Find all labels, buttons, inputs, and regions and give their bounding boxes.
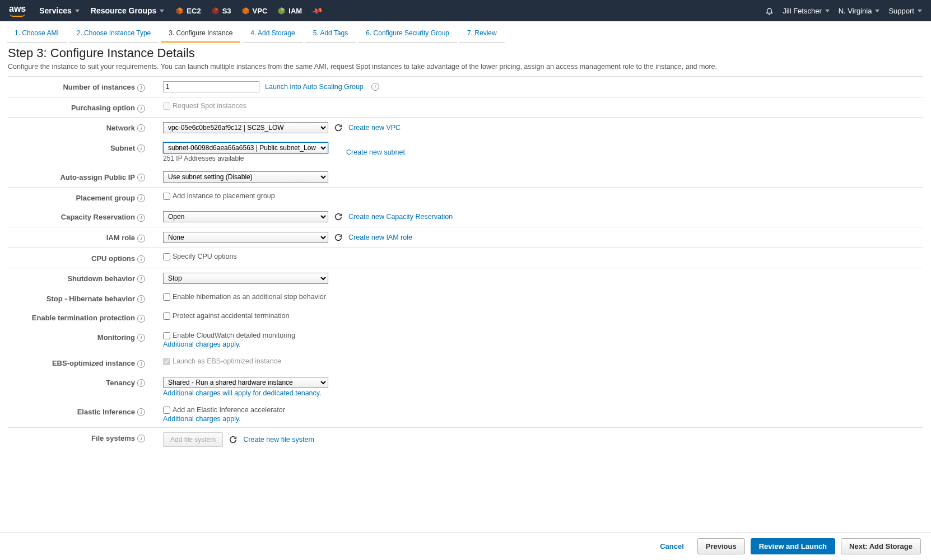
shutdown-behavior-select[interactable]: Stop bbox=[163, 273, 328, 284]
info-icon[interactable]: i bbox=[137, 235, 145, 242]
tab-choose-instance-type[interactable]: 2. Choose Instance Type bbox=[69, 27, 159, 43]
iam-role-select[interactable]: None bbox=[163, 232, 328, 243]
label-filesystems: File systems bbox=[91, 434, 135, 442]
label-network: Network bbox=[106, 124, 135, 132]
tab-add-tags[interactable]: 5. Add Tags bbox=[305, 27, 356, 43]
info-icon[interactable]: i bbox=[137, 315, 145, 323]
label-termination: Enable termination protection bbox=[32, 314, 135, 322]
auto-public-ip-select[interactable]: Use subnet setting (Disable) bbox=[163, 171, 328, 183]
subnet-helper: 251 IP Addresses available bbox=[163, 155, 244, 162]
chevron-down-icon bbox=[875, 10, 879, 12]
info-icon[interactable]: i bbox=[137, 105, 145, 113]
chevron-down-icon bbox=[825, 10, 830, 12]
vpc-icon bbox=[241, 7, 250, 15]
cpu-options-checkbox[interactable] bbox=[163, 253, 170, 260]
iam-icon bbox=[277, 7, 286, 15]
label-hibernate: Stop - Hibernate behavior bbox=[46, 295, 135, 303]
info-icon[interactable]: i bbox=[137, 435, 145, 442]
chevron-down-icon bbox=[918, 10, 922, 12]
link-elastic-charges[interactable]: Additional charges apply. bbox=[163, 415, 241, 423]
tab-configure-instance[interactable]: 3. Configure Instance bbox=[161, 27, 240, 43]
label-placement: Placement group bbox=[76, 194, 135, 202]
resource-groups-menu[interactable]: Resource Groups bbox=[91, 6, 164, 15]
add-file-system-button: Add file system bbox=[163, 432, 223, 447]
label-ebs: EBS-optimized instance bbox=[52, 359, 135, 367]
pin-shortcut[interactable]: 📌 bbox=[312, 6, 322, 15]
services-menu[interactable]: Services bbox=[39, 6, 80, 15]
hibernate-checkbox[interactable] bbox=[163, 293, 170, 301]
label-cpu: CPU options bbox=[91, 254, 135, 263]
shortcut-s3[interactable]: S3 bbox=[211, 7, 231, 15]
info-icon[interactable]: i bbox=[137, 408, 145, 416]
capacity-reservation-select[interactable]: Open bbox=[163, 211, 328, 222]
link-create-iam-role[interactable]: Create new IAM role bbox=[348, 234, 412, 241]
label-auto-public-ip: Auto-assign Public IP bbox=[60, 173, 135, 181]
label-tenancy: Tenancy bbox=[106, 379, 135, 387]
shortcut-iam[interactable]: IAM bbox=[277, 7, 302, 15]
info-icon[interactable]: i bbox=[137, 194, 145, 202]
info-icon[interactable]: i bbox=[137, 275, 145, 283]
wizard-tabs: 1. Choose AMI 2. Choose Instance Type 3.… bbox=[0, 21, 931, 43]
link-monitoring-charges[interactable]: Additional charges apply. bbox=[163, 340, 241, 348]
aws-logo[interactable]: aws bbox=[9, 4, 26, 17]
ec2-icon bbox=[175, 7, 184, 15]
info-icon[interactable]: i bbox=[137, 84, 145, 92]
refresh-icon[interactable] bbox=[334, 123, 343, 132]
termination-protection-checkbox[interactable] bbox=[163, 312, 170, 320]
link-create-vpc[interactable]: Create new VPC bbox=[348, 124, 401, 132]
subnet-select[interactable]: subnet-06098d6aea66a6563 | Public subnet… bbox=[163, 142, 328, 153]
label-purchasing: Purchasing option bbox=[71, 104, 135, 112]
tab-security-group[interactable]: 6. Configure Security Group bbox=[358, 27, 457, 43]
refresh-icon[interactable] bbox=[229, 435, 238, 444]
tenancy-select[interactable]: Shared - Run a shared hardware instance bbox=[163, 377, 328, 388]
info-icon[interactable]: i bbox=[137, 255, 145, 263]
label-iam: IAM role bbox=[106, 234, 135, 242]
info-icon[interactable]: i bbox=[371, 83, 379, 91]
page-subtitle: Configure the instance to suit your requ… bbox=[8, 63, 923, 71]
link-create-filesystem[interactable]: Create new file system bbox=[243, 436, 314, 444]
label-elastic: Elastic Inference bbox=[77, 408, 135, 416]
elastic-inference-checkbox[interactable] bbox=[163, 407, 170, 414]
region-menu[interactable]: N. Virginia bbox=[839, 7, 880, 15]
label-capacity: Capacity Reservation bbox=[61, 213, 135, 221]
info-icon[interactable]: i bbox=[137, 379, 145, 387]
refresh-icon[interactable] bbox=[334, 233, 343, 242]
info-icon[interactable]: i bbox=[137, 174, 145, 181]
info-icon[interactable]: i bbox=[137, 360, 145, 368]
info-icon[interactable]: i bbox=[137, 295, 145, 303]
refresh-icon[interactable] bbox=[334, 212, 343, 221]
account-menu[interactable]: Jill Fetscher bbox=[783, 7, 829, 15]
chevron-down-icon bbox=[75, 10, 80, 12]
link-tenancy-charges[interactable]: Additional charges will apply for dedica… bbox=[163, 389, 322, 397]
info-icon[interactable]: i bbox=[137, 214, 145, 222]
info-icon[interactable]: i bbox=[137, 334, 145, 342]
tab-review[interactable]: 7. Review bbox=[459, 27, 505, 43]
number-of-instances-input[interactable] bbox=[163, 81, 259, 92]
label-shutdown: Shutdown behavior bbox=[67, 274, 135, 283]
tab-choose-ami[interactable]: 1. Choose AMI bbox=[7, 27, 67, 43]
info-icon[interactable]: i bbox=[137, 124, 145, 132]
support-menu[interactable]: Support bbox=[888, 7, 922, 15]
s3-icon bbox=[211, 7, 220, 15]
ebs-optimized-checkbox bbox=[163, 358, 170, 365]
monitoring-checkbox[interactable] bbox=[163, 332, 170, 339]
shortcut-ec2[interactable]: EC2 bbox=[175, 7, 201, 15]
top-navigation: aws Services Resource Groups EC2 S3 VPC … bbox=[0, 0, 931, 21]
bell-icon bbox=[765, 7, 774, 15]
notifications[interactable] bbox=[765, 7, 774, 15]
placement-group-checkbox[interactable] bbox=[163, 193, 170, 200]
pin-icon: 📌 bbox=[310, 4, 323, 17]
shortcut-vpc[interactable]: VPC bbox=[241, 7, 268, 15]
info-icon[interactable]: i bbox=[137, 144, 145, 152]
network-select[interactable]: vpc-05e6c0be526af9c12 | SC2S_LOW bbox=[163, 122, 328, 133]
tab-add-storage[interactable]: 4. Add Storage bbox=[243, 27, 302, 43]
label-monitoring: Monitoring bbox=[97, 333, 135, 342]
link-create-subnet[interactable]: Create new subnet bbox=[346, 148, 405, 156]
spot-instances-checkbox bbox=[163, 102, 170, 110]
label-subnet: Subnet bbox=[110, 144, 135, 152]
page-title: Step 3: Configure Instance Details bbox=[8, 46, 923, 60]
link-create-capacity[interactable]: Create new Capacity Reservation bbox=[348, 213, 453, 221]
label-instances: Number of instances bbox=[63, 83, 135, 91]
chevron-down-icon bbox=[160, 10, 164, 12]
link-auto-scaling[interactable]: Launch into Auto Scaling Group bbox=[265, 83, 364, 91]
